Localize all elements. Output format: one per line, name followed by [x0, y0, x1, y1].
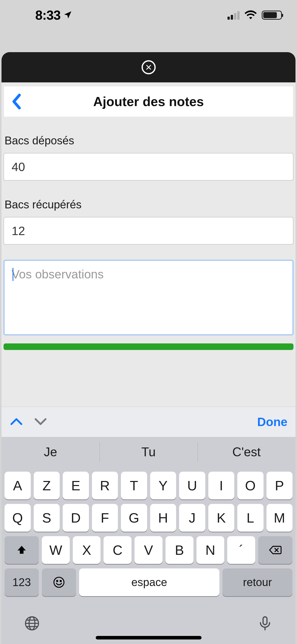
svg-point-1 [57, 581, 58, 582]
key-accent[interactable]: ´ [227, 536, 255, 564]
input-bacs-deposes[interactable]: 40 [4, 153, 293, 181]
numbers-key[interactable]: 123 [5, 568, 39, 596]
key-s[interactable]: S [34, 504, 60, 532]
suggestion-3[interactable]: C'est [197, 437, 295, 467]
input-value: 40 [12, 160, 25, 174]
key-v[interactable]: V [135, 536, 162, 564]
key-t[interactable]: T [121, 472, 147, 499]
suggestion-1[interactable]: Je [2, 437, 100, 467]
textarea-placeholder: Vos observations [12, 268, 104, 281]
status-time: 8:33 [35, 8, 60, 23]
status-bar: 8:33 [0, 0, 297, 30]
home-indicator[interactable] [96, 636, 202, 639]
input-value: 12 [12, 224, 25, 238]
key-c[interactable]: C [104, 536, 131, 564]
key-a[interactable]: A [5, 472, 31, 499]
cellular-icon [227, 11, 240, 20]
key-k[interactable]: K [208, 504, 235, 532]
key-b[interactable]: B [166, 536, 193, 564]
text-caret [13, 268, 13, 281]
submit-button[interactable] [4, 343, 293, 350]
return-key[interactable]: retour [222, 568, 292, 596]
back-button[interactable] [11, 93, 22, 110]
page-header: Ajouter des notes [4, 86, 293, 117]
input-bacs-recuperes[interactable]: 12 [4, 217, 293, 245]
page-title: Ajouter des notes [4, 94, 293, 109]
key-h[interactable]: H [150, 504, 176, 532]
key-z[interactable]: Z [34, 472, 60, 499]
key-r[interactable]: R [92, 472, 118, 499]
key-o[interactable]: O [237, 472, 263, 499]
wifi-icon [245, 10, 257, 20]
modal-topbar [2, 52, 295, 82]
close-button[interactable] [142, 60, 156, 74]
mic-icon[interactable] [257, 616, 273, 632]
key-p[interactable]: P [267, 472, 293, 499]
key-rows: A Z E R T Y U I O P Q S D F G H [2, 472, 295, 604]
key-f[interactable]: F [92, 504, 118, 532]
form: Bacs déposés 40 Bacs récupérés 12 Vos ob… [2, 134, 295, 350]
key-d[interactable]: D [63, 504, 89, 532]
globe-icon[interactable] [24, 616, 40, 632]
space-key[interactable]: espace [79, 568, 219, 596]
key-w[interactable]: W [42, 536, 70, 564]
emoji-key[interactable] [42, 568, 76, 596]
key-g[interactable]: G [121, 504, 147, 532]
suggestion-2[interactable]: Tu [100, 437, 197, 467]
svg-point-2 [60, 581, 61, 582]
key-l[interactable]: L [237, 504, 263, 532]
key-row-2: Q S D F G H J K L M [5, 504, 292, 532]
done-button[interactable]: Done [257, 415, 287, 429]
label-bacs-recuperes: Bacs récupérés [5, 198, 293, 211]
key-j[interactable]: J [179, 504, 205, 532]
key-n[interactable]: N [196, 536, 224, 564]
status-left: 8:33 [35, 8, 73, 23]
shift-key[interactable] [5, 536, 39, 564]
key-row-4: 123 espace retour [5, 568, 292, 596]
keyboard: Done Je Tu C'est A Z E R T Y U I O P [2, 407, 295, 644]
key-m[interactable]: M [267, 504, 293, 532]
key-i[interactable]: I [208, 472, 235, 499]
suggestion-bar: Je Tu C'est [2, 437, 295, 467]
key-x[interactable]: X [73, 536, 101, 564]
delete-key[interactable] [258, 536, 292, 564]
key-q[interactable]: Q [5, 504, 31, 532]
observations-textarea[interactable]: Vos observations [4, 260, 293, 335]
field-nav [10, 417, 47, 427]
device-frame: 8:33 Ajouter des notes Bacs dépos [0, 0, 297, 644]
status-right [227, 10, 282, 20]
next-field-button[interactable] [34, 417, 47, 427]
svg-rect-5 [263, 617, 267, 625]
modal-card: Ajouter des notes Bacs déposés 40 Bacs r… [2, 52, 295, 644]
prev-field-button[interactable] [10, 417, 23, 427]
battery-icon [262, 11, 282, 20]
location-icon [63, 8, 73, 23]
key-e[interactable]: E [63, 472, 89, 499]
label-bacs-deposes: Bacs déposés [5, 134, 293, 147]
key-row-3: W X C V B N ´ [5, 536, 292, 564]
svg-point-0 [54, 577, 64, 587]
key-row-1: A Z E R T Y U I O P [5, 472, 292, 499]
keyboard-toolbar: Done [2, 407, 295, 437]
key-u[interactable]: U [179, 472, 205, 499]
key-y[interactable]: Y [150, 472, 176, 499]
